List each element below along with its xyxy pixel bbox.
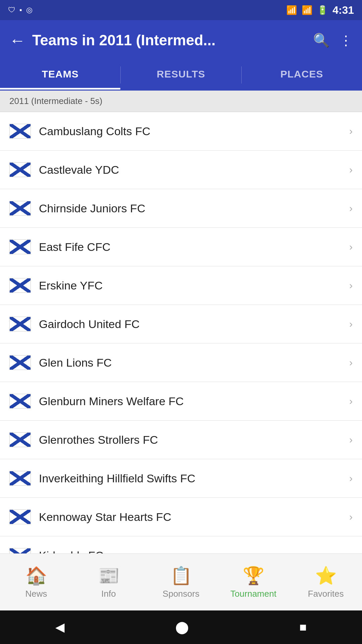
team-list-item[interactable]: Kennoway Star Hearts FC › <box>0 498 362 536</box>
tabs-bar: TEAMS RESULTS PLACES <box>0 60 362 91</box>
chevron-right-icon: › <box>349 280 353 291</box>
team-list-item[interactable]: Castlevale YDC › <box>0 151 362 189</box>
team-list: Cambuslang Colts FC › Castlevale YDC › C… <box>0 112 362 590</box>
team-list-item[interactable]: Glenrothes Strollers FC › <box>0 421 362 459</box>
shield-icon: 🛡 <box>8 6 15 14</box>
chevron-right-icon: › <box>349 318 353 330</box>
scotland-flag-icon <box>9 162 31 177</box>
back-sys-button[interactable]: ◀ <box>55 620 65 634</box>
system-nav: ◀ ⬤ ■ <box>0 610 362 644</box>
nav-item-news[interactable]: 🏠News <box>0 554 72 610</box>
team-list-item[interactable]: Cambuslang Colts FC › <box>0 112 362 151</box>
battery-icon: 🔋 <box>317 5 328 15</box>
toolbar: ← Teams in 2011 (Intermed... 🔍 ⋮ <box>0 20 362 60</box>
tournament-nav-label: Tournament <box>230 589 276 599</box>
team-name: Inverkeithing Hillfield Swifts FC <box>39 472 349 485</box>
tab-teams[interactable]: TEAMS <box>0 60 120 90</box>
clock: 4:31 <box>333 4 354 16</box>
team-name: Glen Lions FC <box>39 356 349 369</box>
scotland-flag-icon <box>9 471 31 486</box>
team-list-item[interactable]: Glen Lions FC › <box>0 343 362 382</box>
team-name: Glenburn Miners Welfare FC <box>39 395 349 408</box>
tab-places[interactable]: PLACES <box>242 60 362 90</box>
sim-icon: ▪ <box>19 6 22 14</box>
scotland-flag-icon <box>9 394 31 409</box>
team-name: Erskine YFC <box>39 279 349 292</box>
team-name: Chirnside Juniors FC <box>39 202 349 215</box>
wifi-icon: 📶 <box>286 5 297 15</box>
nav-item-favorites[interactable]: ⭐Favorites <box>290 554 362 610</box>
tournament-nav-icon: 🏆 <box>243 566 264 586</box>
info-nav-icon: 📰 <box>98 566 120 586</box>
favorites-nav-icon: ⭐ <box>315 566 337 586</box>
status-right-icons: 📶 📶 🔋 4:31 <box>286 4 354 16</box>
chevron-right-icon: › <box>349 203 353 214</box>
scotland-flag-icon <box>9 278 31 293</box>
scotland-flag-icon <box>9 509 31 524</box>
team-list-item[interactable]: East Fife CFC › <box>0 228 362 266</box>
team-name: Castlevale YDC <box>39 163 349 176</box>
team-list-item[interactable]: Glenburn Miners Welfare FC › <box>0 382 362 421</box>
team-name: Gairdoch United FC <box>39 318 349 331</box>
team-list-item[interactable]: Erskine YFC › <box>0 266 362 305</box>
team-name: Glenrothes Strollers FC <box>39 433 349 446</box>
nav-item-sponsors[interactable]: 📋Sponsors <box>145 554 217 610</box>
team-name: Cambuslang Colts FC <box>39 125 349 138</box>
team-name: East Fife CFC <box>39 240 349 254</box>
tab-results[interactable]: RESULTS <box>121 60 241 90</box>
more-button[interactable]: ⋮ <box>339 33 353 48</box>
status-left-icons: 🛡 ▪ ◎ <box>8 6 33 14</box>
scotland-flag-icon <box>9 124 31 139</box>
chevron-right-icon: › <box>349 473 353 484</box>
chevron-right-icon: › <box>349 357 353 368</box>
chevron-right-icon: › <box>349 434 353 445</box>
team-name: Kennoway Star Hearts FC <box>39 511 349 524</box>
nav-item-tournament[interactable]: 🏆Tournament <box>217 554 290 610</box>
team-list-item[interactable]: Inverkeithing Hillfield Swifts FC › <box>0 459 362 498</box>
news-nav-label: News <box>25 589 47 599</box>
favorites-nav-label: Favorites <box>308 589 344 599</box>
search-button[interactable]: 🔍 <box>313 33 330 48</box>
scotland-flag-icon <box>9 432 31 447</box>
chevron-right-icon: › <box>349 511 353 523</box>
bottom-nav: 🏠News📰Info📋Sponsors🏆Tournament⭐Favorites <box>0 553 362 610</box>
scotland-flag-icon <box>9 239 31 254</box>
chevron-right-icon: › <box>349 241 353 253</box>
chevron-right-icon: › <box>349 125 353 137</box>
sponsors-nav-icon: 📋 <box>170 566 192 586</box>
recent-sys-button[interactable]: ■ <box>299 620 307 634</box>
nav-item-info[interactable]: 📰Info <box>72 554 145 610</box>
scotland-flag-icon <box>9 201 31 216</box>
info-nav-label: Info <box>101 589 116 599</box>
section-header: 2011 (Intermediate - 5s) <box>0 91 362 112</box>
sponsors-nav-label: Sponsors <box>163 589 199 599</box>
home-sys-button[interactable]: ⬤ <box>175 620 189 634</box>
news-nav-icon: 🏠 <box>25 566 47 586</box>
team-list-item[interactable]: Gairdoch United FC › <box>0 305 362 343</box>
scotland-flag-icon <box>9 355 31 370</box>
status-bar: 🛡 ▪ ◎ 📶 📶 🔋 4:31 <box>0 0 362 20</box>
page-title: Teams in 2011 (Intermed... <box>32 32 306 49</box>
back-button[interactable]: ← <box>9 31 25 50</box>
signal-icon: 📶 <box>302 5 312 15</box>
toolbar-actions: 🔍 ⋮ <box>313 33 353 48</box>
team-list-item[interactable]: Chirnside Juniors FC › <box>0 189 362 228</box>
chevron-right-icon: › <box>349 164 353 175</box>
globe-icon: ◎ <box>26 6 33 14</box>
chevron-right-icon: › <box>349 395 353 407</box>
scotland-flag-icon <box>9 317 31 331</box>
